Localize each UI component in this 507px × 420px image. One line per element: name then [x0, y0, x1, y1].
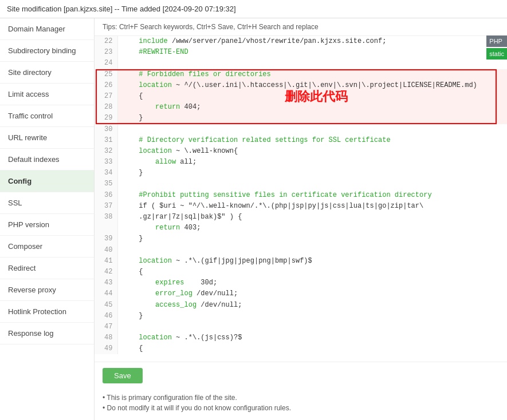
table-row: 32 location ~ \.well-known{ [95, 146, 507, 157]
sidebar-item-domain-manager[interactable]: Domain Manager [0, 18, 94, 40]
table-row: 22 include /www/server/panel/vhost/rewri… [95, 36, 507, 47]
line-number: 48 [95, 332, 117, 343]
table-row: 26 location ~ ^/(\.user.ini|\.htaccess|\… [95, 80, 507, 91]
note-item: This is primary configuration file of th… [103, 394, 499, 402]
line-number: 43 [95, 278, 117, 288]
line-code: expires 30d; [117, 278, 507, 288]
line-number: 29 [95, 113, 117, 124]
table-row: 39 } [95, 233, 507, 244]
main-layout: Domain ManagerSubdirectory bindingSite d… [0, 18, 507, 420]
line-code: location ~ .*\.(js|css)?$ [117, 332, 507, 343]
table-row: 44 error_log /dev/null; [95, 288, 507, 299]
line-number: 33 [95, 157, 117, 168]
line-code: } [117, 168, 507, 179]
sidebar-item-url-rewrite[interactable]: URL rewrite [0, 127, 94, 149]
table-row: 45 access_log /dev/null; [95, 300, 507, 311]
line-code: .gz|rar|7z|sql|bak)$" ) { [117, 212, 507, 223]
line-code: allow all; [117, 157, 507, 168]
table-row: 37 if ( $uri ~ "^/\.well-known/.*\.(php|… [95, 201, 507, 212]
sidebar-item-composer[interactable]: Composer [0, 236, 94, 257]
sidebar-item-default-indexes[interactable]: Default indexes [0, 149, 94, 171]
sidebar-item-ssl[interactable]: SSL [0, 192, 94, 214]
table-row: 42 { [95, 267, 507, 278]
line-number: 44 [95, 288, 117, 299]
table-row: 28 return 404; [95, 102, 507, 113]
sidebar-item-php-version[interactable]: PHP version [0, 214, 94, 236]
line-code: # Directory verification related setting… [117, 135, 507, 146]
line-number: 31 [95, 135, 117, 146]
content-area: Tips: Ctrl+F Search keywords, Ctrl+S Sav… [95, 18, 507, 420]
line-code [117, 322, 507, 332]
line-number: 23 [95, 47, 117, 58]
line-code: error_log /dev/null; [117, 288, 507, 299]
line-code: # Forbidden files or directories [117, 69, 507, 80]
line-number [95, 223, 117, 233]
line-code: } [117, 311, 507, 322]
code-table: 22 include /www/server/panel/vhost/rewri… [95, 36, 507, 354]
table-row: 30 [95, 124, 507, 135]
line-number: 42 [95, 267, 117, 278]
line-number: 27 [95, 91, 117, 102]
table-row: 41 location ~ .*\.(gif|jpg|jpeg|png|bmp|… [95, 256, 507, 267]
save-area: Save [95, 362, 507, 389]
title-text: Site modification [pan.kjzxs.site] -- Ti… [7, 5, 236, 13]
sidebar-item-subdirectory-binding[interactable]: Subdirectory binding [0, 40, 94, 62]
line-number: 30 [95, 124, 117, 135]
sidebar-item-response-log[interactable]: Response log [0, 323, 94, 344]
table-row: 25 # Forbidden files or directories [95, 69, 507, 80]
line-number: 47 [95, 322, 117, 332]
line-number: 24 [95, 58, 117, 69]
line-number: 34 [95, 168, 117, 179]
static-badge[interactable]: static [486, 48, 507, 60]
tips-text: Tips: Ctrl+F Search keywords, Ctrl+S Sav… [103, 23, 319, 31]
table-row: 40 [95, 245, 507, 256]
tips-bar: Tips: Ctrl+F Search keywords, Ctrl+S Sav… [95, 18, 507, 36]
line-code: { [117, 91, 507, 102]
sidebar-item-redirect[interactable]: Redirect [0, 257, 94, 279]
table-row: 36 #Prohibit putting sensitive files in … [95, 190, 507, 201]
line-number: 39 [95, 233, 117, 244]
note-item: Do not modify it at will if you do not k… [103, 404, 499, 412]
table-row: 33 allow all; [95, 157, 507, 168]
code-editor[interactable]: 22 include /www/server/panel/vhost/rewri… [95, 36, 507, 362]
line-number: 49 [95, 343, 117, 354]
line-code: access_log /dev/null; [117, 300, 507, 311]
sidebar-item-limit-access[interactable]: Limit access [0, 84, 94, 105]
line-code: #REWRITE-END [117, 47, 507, 58]
table-row: return 403; [95, 223, 507, 233]
sidebar-item-site-directory[interactable]: Site directory [0, 62, 94, 84]
line-number: 25 [95, 69, 117, 80]
table-row: 23 #REWRITE-END [95, 47, 507, 58]
php-badge[interactable]: PHP [486, 35, 507, 47]
table-row: 35 [95, 179, 507, 189]
save-button[interactable]: Save [103, 368, 143, 383]
line-number: 22 [95, 36, 117, 47]
sidebar-item-traffic-control[interactable]: Traffic control [0, 105, 94, 127]
line-code: return 404; [117, 102, 507, 113]
line-code [117, 179, 507, 189]
editor-wrapper: 22 include /www/server/panel/vhost/rewri… [95, 36, 507, 362]
line-number: 41 [95, 256, 117, 267]
table-row: 31 # Directory verification related sett… [95, 135, 507, 146]
sidebar-item-config[interactable]: Config← [0, 171, 94, 192]
line-code [117, 58, 507, 69]
line-code: location ~ ^/(\.user.ini|\.htaccess|\.gi… [117, 80, 507, 91]
table-row: 46 } [95, 311, 507, 322]
line-code: } [117, 113, 507, 124]
line-number: 28 [95, 102, 117, 113]
line-code: } [117, 233, 507, 244]
line-number: 32 [95, 146, 117, 157]
sidebar-item-reverse-proxy[interactable]: Reverse proxy [0, 279, 94, 301]
line-code: include /www/server/panel/vhost/rewrite/… [117, 36, 507, 47]
line-code: return 403; [117, 223, 507, 233]
title-bar: Site modification [pan.kjzxs.site] -- Ti… [0, 0, 507, 18]
sidebar-item-hotlink-protection[interactable]: Hotlink Protection [0, 301, 94, 323]
table-row: 34 } [95, 168, 507, 179]
line-code: { [117, 343, 507, 354]
line-code: location ~ .*\.(gif|jpg|jpeg|png|bmp|swf… [117, 256, 507, 267]
line-code: location ~ \.well-known{ [117, 146, 507, 157]
line-number: 46 [95, 311, 117, 322]
line-number: 38 [95, 212, 117, 223]
table-row: 24 [95, 58, 507, 69]
line-code [117, 124, 507, 135]
